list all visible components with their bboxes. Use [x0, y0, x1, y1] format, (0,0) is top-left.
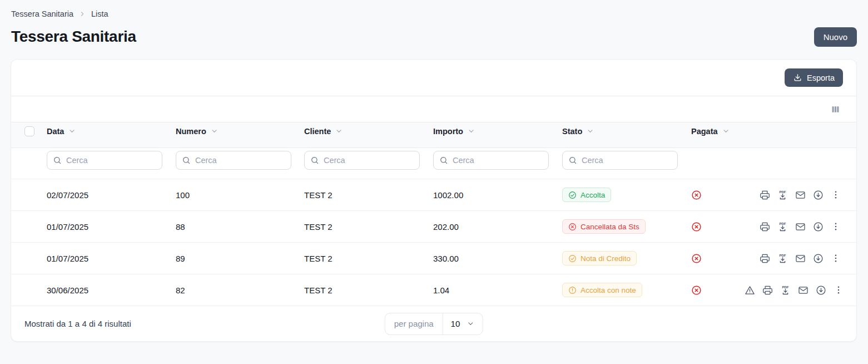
chevron-down-icon	[467, 127, 475, 135]
status-badge: Accolta	[562, 188, 611, 202]
cell-importo: 1002.00	[433, 190, 562, 200]
download-button[interactable]	[816, 285, 826, 296]
pdf-download-button[interactable]	[777, 190, 788, 200]
row-actions	[745, 285, 857, 296]
select-all-checkbox[interactable]	[24, 126, 34, 136]
row-actions	[745, 253, 856, 264]
chevron-down-icon	[466, 319, 474, 328]
table-filter-row	[11, 148, 856, 179]
email-button[interactable]	[795, 222, 806, 232]
more-options-button[interactable]	[831, 190, 841, 200]
chevron-down-icon	[722, 127, 730, 135]
email-button[interactable]	[798, 285, 809, 296]
results-count: Mostrati da 1 a 4 di 4 risultati	[24, 319, 131, 328]
pdf-download-button[interactable]	[777, 253, 788, 264]
cell-numero: 82	[176, 286, 304, 295]
search-input-numero[interactable]	[176, 151, 291, 170]
pdf-download-button[interactable]	[777, 222, 788, 232]
alert-circle-icon	[568, 286, 577, 294]
search-input-stato[interactable]	[562, 151, 678, 170]
more-options-button[interactable]	[834, 285, 844, 295]
print-button[interactable]	[760, 253, 770, 264]
table-row: 01/07/2025 88 TEST 2 202.00 Cancellata d…	[11, 211, 856, 243]
cell-numero: 88	[176, 222, 304, 232]
download-button[interactable]	[813, 253, 824, 264]
cell-data: 30/06/2025	[47, 286, 176, 295]
column-header-pagata[interactable]: Pagata	[691, 127, 745, 136]
pdf-download-button[interactable]	[780, 285, 791, 296]
per-page-selector[interactable]: per pagina 10	[385, 313, 483, 335]
chevron-down-icon	[68, 127, 76, 135]
search-input-importo[interactable]	[433, 151, 549, 170]
table-footer: Mostrati da 1 a 4 di 4 risultati per pag…	[11, 306, 856, 341]
cell-importo: 330.00	[433, 254, 562, 263]
table-row: 01/07/2025 89 TEST 2 330.00 Nota di Cred…	[11, 243, 856, 274]
more-options-button[interactable]	[831, 253, 841, 263]
column-header-importo[interactable]: Importo	[433, 127, 562, 136]
not-paid-icon[interactable]	[691, 222, 702, 232]
status-badge: Nota di Credito	[562, 251, 637, 265]
cell-data: 02/07/2025	[47, 190, 176, 200]
cell-cliente: TEST 2	[304, 222, 433, 232]
download-icon	[793, 73, 802, 82]
column-header-data[interactable]: Data	[47, 127, 176, 136]
status-badge: Accolta con note	[562, 283, 642, 297]
check-circle-icon	[568, 191, 577, 199]
column-header-numero[interactable]: Numero	[176, 127, 304, 136]
page-header: Tessera Sanitaria Lista Tessera Sanitari…	[0, 0, 868, 49]
row-actions	[745, 190, 856, 200]
email-button[interactable]	[795, 190, 806, 200]
list-card: Esporta Data Numero Cliente Importo Stat…	[11, 59, 857, 342]
table-row: 30/06/2025 82 TEST 2 1.04 Accolta con no…	[11, 274, 856, 306]
new-button[interactable]: Nuovo	[814, 27, 857, 47]
cell-numero: 89	[176, 254, 304, 263]
print-button[interactable]	[760, 190, 770, 200]
column-settings-row	[11, 96, 856, 122]
cell-importo: 202.00	[433, 222, 562, 232]
download-button[interactable]	[813, 190, 824, 200]
status-badge: Cancellata da Sts	[562, 219, 646, 234]
more-options-button[interactable]	[831, 222, 841, 232]
columns-icon[interactable]	[829, 104, 842, 115]
cell-cliente: TEST 2	[304, 254, 433, 263]
cell-numero: 100	[176, 190, 304, 200]
column-header-cliente[interactable]: Cliente	[304, 127, 433, 136]
search-input-cliente[interactable]	[304, 151, 420, 170]
export-button[interactable]: Esporta	[785, 68, 843, 87]
chevron-down-icon	[335, 127, 343, 135]
cell-data: 01/07/2025	[47, 222, 176, 232]
print-button[interactable]	[762, 285, 773, 296]
per-page-label: per pagina	[385, 313, 443, 335]
download-button[interactable]	[813, 222, 824, 232]
warning-icon[interactable]	[745, 285, 755, 296]
chevron-down-icon	[210, 127, 219, 135]
per-page-value: 10	[451, 319, 460, 328]
cell-importo: 1.04	[433, 286, 562, 295]
export-button-label: Esporta	[807, 73, 835, 82]
x-circle-icon	[568, 223, 577, 231]
table-header-row: Data Numero Cliente Importo Stato Pagata	[11, 122, 856, 148]
not-paid-icon[interactable]	[691, 285, 702, 296]
page-title: Tessera Sanitaria	[11, 28, 136, 46]
not-paid-icon[interactable]	[691, 253, 702, 264]
cell-data: 01/07/2025	[47, 254, 176, 263]
check-circle-icon	[568, 254, 577, 263]
chevron-down-icon	[586, 127, 594, 135]
table-row: 02/07/2025 100 TEST 2 1002.00 Accolta	[11, 179, 856, 211]
chevron-right-icon	[78, 10, 86, 18]
breadcrumb: Tessera Sanitaria Lista	[11, 9, 857, 18]
cell-cliente: TEST 2	[304, 190, 433, 200]
breadcrumb-item-lista[interactable]: Lista	[91, 9, 108, 18]
not-paid-icon[interactable]	[691, 190, 702, 200]
print-button[interactable]	[760, 222, 770, 232]
row-actions	[745, 222, 856, 232]
card-toolbar: Esporta	[11, 60, 856, 96]
cell-cliente: TEST 2	[304, 286, 433, 295]
column-header-stato[interactable]: Stato	[562, 127, 691, 136]
search-input-data[interactable]	[47, 151, 162, 170]
email-button[interactable]	[795, 253, 806, 264]
breadcrumb-item-tessera-sanitaria[interactable]: Tessera Sanitaria	[11, 9, 73, 18]
